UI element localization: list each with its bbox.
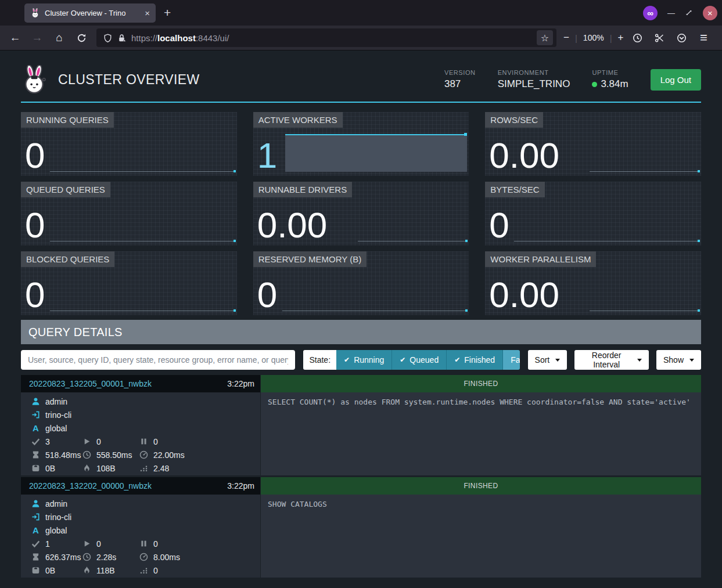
reload-icon[interactable] [72, 29, 91, 46]
running-splits: 0 [82, 437, 139, 446]
query-search-input[interactable] [21, 350, 295, 370]
url-text[interactable]: https://localhost:8443/ui/ [131, 33, 531, 43]
sparkline [514, 241, 699, 241]
source-signin-icon [31, 410, 40, 419]
stat-tile-running-queries: RUNNING QUERIES 0 [21, 112, 237, 176]
stat-value: 0.00 [257, 208, 328, 241]
stat-tile-blocked-queries: BLOCKED QUERIES 0 [21, 251, 237, 315]
flame-icon [82, 464, 91, 472]
stat-value: 1 [257, 139, 277, 172]
private-browsing-icon: ∞ [643, 6, 658, 20]
check-icon [31, 437, 40, 446]
stat-tile-rows-sec: ROWS/SEC 0.00 [485, 112, 701, 176]
query-row-body: admin trino-cli Aglobal 1 0 0 626.37ms 2… [21, 495, 701, 578]
resource-group-icon: A [31, 423, 40, 433]
caret-down-icon [555, 359, 560, 362]
stat-tile-reserved-memory: RESERVED MEMORY (B) 0 [253, 251, 469, 315]
zoom-controls: − | 100% | + [563, 32, 624, 44]
stat-value: 0 [25, 139, 45, 172]
stat-value: 0 [25, 278, 45, 311]
state-filter-queued[interactable]: ✔Queued [391, 350, 446, 370]
menu-icon[interactable]: ≡ [695, 29, 713, 46]
query-user: admin [31, 497, 260, 510]
queued-splits: 0 [139, 437, 260, 446]
tab-strip: Cluster Overview - Trino × + ∞ — × [0, 0, 722, 26]
query-meta-panel: admin trino-cli Aglobal 1 0 0 626.37ms 2… [21, 495, 260, 578]
browser-tab[interactable]: Cluster Overview - Trino × [24, 3, 156, 23]
query-id-link[interactable]: 20220823_132202_00000_nwbzk [29, 481, 152, 490]
state-filter-finished[interactable]: ✔Finished [446, 350, 502, 370]
query-source: trino-cli [31, 510, 260, 524]
zoom-out-icon[interactable]: − [563, 32, 569, 44]
lock-warning-icon[interactable] [117, 34, 126, 42]
home-icon[interactable]: ⌂ [50, 29, 69, 46]
stat-value: 0.00 [489, 139, 559, 172]
uptime-label: UPTIME [592, 69, 628, 76]
stat-tile-worker-parallelism: WORKER PARALLELISM 0.00 [485, 251, 701, 315]
zoom-level[interactable]: 100% [583, 33, 604, 42]
cumulative-memory: 118B [82, 566, 139, 575]
trino-favicon [30, 8, 40, 18]
forward-icon: → [28, 29, 46, 46]
state-filter-running[interactable]: ✔Running [336, 350, 391, 370]
back-icon[interactable]: ← [6, 29, 24, 46]
query-meta-panel: admin trino-cli Aglobal 3 0 0 518.48ms 5… [21, 392, 260, 475]
new-tab-button[interactable]: + [164, 6, 171, 20]
version-stat: VERSION 387 [444, 69, 476, 90]
parallelism-icon [139, 464, 148, 472]
browser-chrome: Cluster Overview - Trino × + ∞ — × ← → ⌂… [0, 0, 722, 50]
stat-tile-queued-queries: QUEUED QUERIES 0 [21, 182, 237, 246]
trino-cluster-overview-page: CLUSTER OVERVIEW VERSION 387 ENVIRONMENT… [0, 50, 722, 578]
tab-title: Cluster Overview - Trino [45, 9, 139, 17]
user-icon [31, 499, 40, 508]
clock-icon [82, 553, 91, 561]
minimize-button[interactable]: — [667, 9, 675, 17]
uptime-status-dot [592, 82, 597, 87]
sort-dropdown[interactable]: Sort [528, 350, 567, 370]
page-header: CLUSTER OVERVIEW VERSION 387 ENVIRONMENT… [21, 50, 701, 94]
pause-icon [139, 539, 148, 548]
stat-label: RESERVED MEMORY (B) [253, 251, 367, 267]
url-bar[interactable]: https://localhost:8443/ui/ ☆ [96, 28, 556, 47]
history-icon[interactable] [628, 29, 647, 46]
state-filter-failed-dropdown[interactable]: Failed [502, 350, 519, 370]
pocket-icon[interactable] [673, 29, 691, 46]
bookmark-star-icon[interactable]: ☆ [537, 30, 553, 45]
query-row-header: 20220823_132205_00001_nwbzk 3:22pm FINIS… [21, 375, 701, 392]
separator: | [575, 33, 577, 43]
query-timestamp: 3:22pm [227, 481, 254, 490]
tab-close-icon[interactable]: × [143, 8, 151, 18]
sparkline [590, 311, 699, 311]
query-details-header: QUERY DETAILS [21, 320, 701, 344]
sparkline [50, 241, 235, 241]
close-window-button[interactable]: × [703, 6, 717, 20]
splits-row: 3 0 0 [31, 435, 260, 448]
screenshot-scissors-icon[interactable] [651, 29, 669, 46]
sparkline [50, 171, 235, 172]
show-dropdown[interactable]: Show [656, 350, 701, 370]
scale-icon [31, 464, 40, 472]
state-filter-group: State: ✔Running ✔Queued ✔Finished Failed [303, 350, 519, 370]
cluster-stats-grid: RUNNING QUERIES 0 ACTIVE WORKERS 1 ROWS/… [21, 112, 701, 315]
state-filter-label: State: [303, 350, 336, 370]
sparkline [282, 311, 468, 311]
tracking-shield-icon[interactable] [103, 34, 112, 42]
query-timestamp: 3:22pm [227, 379, 254, 388]
play-icon [82, 539, 91, 548]
sparkline [50, 311, 235, 311]
zoom-in-icon[interactable]: + [618, 32, 624, 44]
gauge-icon [139, 450, 148, 459]
elapsed-time: 2.28s [82, 553, 139, 562]
query-id-link[interactable]: 20220823_132205_00001_nwbzk [29, 379, 152, 388]
stat-label: BLOCKED QUERIES [21, 251, 114, 267]
restore-window-button[interactable] [685, 9, 693, 17]
times-row: 626.37ms 2.28s 8.00ms [31, 550, 260, 564]
stat-tile-active-workers: ACTIVE WORKERS 1 [253, 112, 469, 176]
check-icon: ✔ [344, 356, 350, 364]
stat-label: RUNNABLE DRIVERS [253, 182, 353, 197]
browser-navbar: ← → ⌂ https://localhost:8443/ui/ ☆ − | 1… [0, 26, 722, 50]
cpu-time: 22.00ms [139, 450, 260, 460]
header-stats: VERSION 387 ENVIRONMENT SIMPLE_TRINO UPT… [444, 69, 701, 91]
logout-button[interactable]: Log Out [651, 69, 701, 91]
reorder-interval-dropdown[interactable]: Reorder Interval [574, 350, 649, 370]
